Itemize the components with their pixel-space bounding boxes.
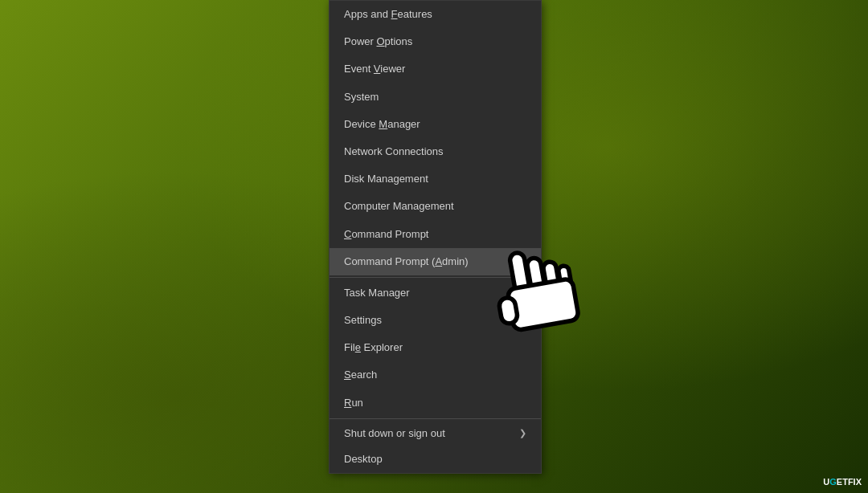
menu-item-command-prompt-admin[interactable]: Command Prompt (Admin) (330, 248, 541, 275)
watermark: UGETFIX (823, 477, 862, 487)
menu-item-settings[interactable]: Settings (330, 307, 541, 334)
menu-item-shutdown[interactable]: Shut down or sign out ❯ (330, 421, 541, 446)
menu-divider-1 (330, 277, 541, 278)
menu-divider-2 (330, 418, 541, 419)
menu-item-apps-features[interactable]: Apps and Features (330, 1, 541, 28)
menu-item-disk-management[interactable]: Disk Management (330, 165, 541, 193)
menu-item-command-prompt[interactable]: Command Prompt (330, 221, 541, 248)
menu-item-desktop[interactable]: Desktop (330, 446, 541, 473)
context-menu: Apps and Features Power Options Event Vi… (329, 0, 542, 474)
shutdown-label: Shut down or sign out (344, 427, 445, 439)
menu-item-computer-management[interactable]: Computer Management (330, 193, 541, 220)
menu-item-run[interactable]: Run (330, 389, 541, 417)
menu-item-file-explorer[interactable]: File Explorer (330, 334, 541, 361)
menu-item-system[interactable]: System (330, 84, 541, 111)
menu-item-search[interactable]: Search (330, 361, 541, 389)
menu-item-power-options[interactable]: Power Options (330, 28, 541, 55)
menu-item-network-connections[interactable]: Network Connections (330, 138, 541, 165)
menu-item-event-viewer[interactable]: Event Viewer (330, 55, 541, 83)
menu-item-task-manager[interactable]: Task Manager (330, 279, 541, 307)
menu-item-device-manager[interactable]: Device Manager (330, 111, 541, 138)
submenu-arrow-icon: ❯ (519, 428, 526, 438)
